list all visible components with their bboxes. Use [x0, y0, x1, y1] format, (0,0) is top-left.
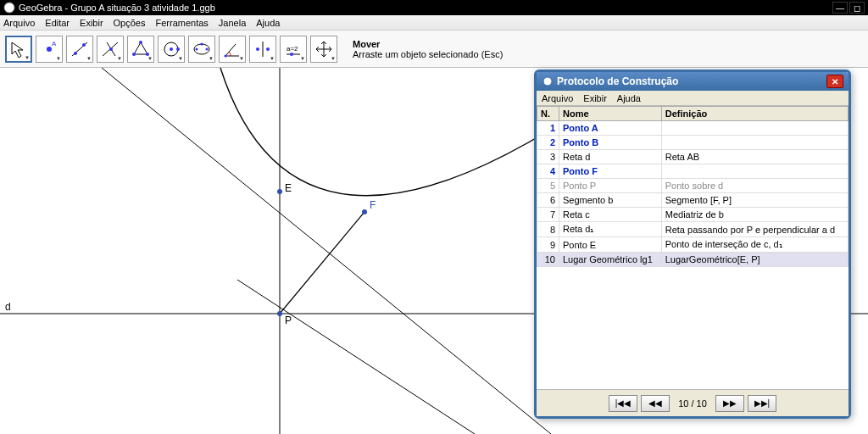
protocol-menu-exibir[interactable]: Exibir: [583, 93, 607, 103]
col-def[interactable]: Definição: [661, 107, 848, 121]
svg-point-4: [74, 52, 77, 55]
label-e: E: [285, 182, 292, 194]
protocol-table[interactable]: N. Nome Definição 1Ponto A2Ponto B3Reta …: [537, 106, 849, 389]
tool-slider[interactable]: a=2▼: [280, 36, 307, 63]
nav-last-button[interactable]: ▶▶|: [748, 395, 776, 412]
menubar: Arquivo Editar Exibir Opções Ferramentas…: [0, 15, 868, 31]
tool-hint: Arraste um objeto selecionado (Esc): [353, 49, 503, 59]
label-d: d: [5, 301, 11, 313]
svg-point-26: [290, 53, 293, 56]
svg-text:a=2: a=2: [287, 45, 298, 53]
label-f: F: [370, 199, 376, 211]
tool-circle[interactable]: ▼: [158, 36, 185, 63]
svg-point-20: [225, 54, 227, 57]
menu-arquivo[interactable]: Arquivo: [3, 18, 35, 28]
svg-point-17: [196, 47, 198, 50]
table-row[interactable]: 6Segmento bSegmento [F, P]: [537, 193, 849, 208]
tool-angle[interactable]: ▼: [219, 36, 246, 63]
toolbar: ▼ A▼ ▼ ▼ ▼ ▼ ▼ ▼ ▼ a=2▼ ▼ Mover Arraste …: [0, 31, 868, 68]
protocol-footer: |◀◀ ◀◀ 10 / 10 ▶▶ ▶▶|: [537, 389, 849, 416]
svg-point-35: [543, 77, 552, 86]
nav-next-button[interactable]: ▶▶: [715, 395, 744, 412]
maximize-button[interactable]: ◻: [849, 2, 865, 14]
svg-point-22: [256, 47, 259, 51]
table-row[interactable]: 5Ponto PPonto sobre d: [537, 179, 849, 193]
svg-point-0: [4, 3, 14, 13]
table-row[interactable]: 2Ponto B: [537, 136, 849, 150]
svg-point-14: [170, 47, 173, 51]
menu-ajuda[interactable]: Ajuda: [256, 18, 280, 28]
tool-move[interactable]: ▼: [5, 36, 32, 63]
app-icon: [3, 2, 15, 14]
table-row[interactable]: 1Ponto A: [537, 121, 849, 136]
menu-opcoes[interactable]: Opções: [114, 18, 146, 28]
col-nome[interactable]: Nome: [559, 107, 662, 121]
tool-move-view[interactable]: ▼: [310, 36, 337, 63]
window-title: GeoGebra - Grupo A situação 3 atividade …: [19, 3, 215, 13]
protocol-menu-ajuda[interactable]: Ajuda: [617, 93, 641, 103]
svg-line-29: [280, 212, 364, 314]
page-count: 10 / 10: [673, 398, 712, 409]
svg-point-19: [201, 42, 203, 45]
protocol-titlebar[interactable]: Protocolo de Construção ✕: [537, 72, 849, 91]
table-row[interactable]: 4Ponto F: [537, 164, 849, 179]
table-row[interactable]: 9Ponto EPonto de interseção de c, d₁: [537, 237, 849, 253]
protocol-window[interactable]: Protocolo de Construção ✕ Arquivo Exibir…: [534, 70, 851, 419]
protocol-close-button[interactable]: ✕: [826, 75, 843, 88]
label-p: P: [285, 314, 292, 326]
svg-marker-9: [134, 42, 147, 54]
table-row[interactable]: 3Reta dReta AB: [537, 150, 849, 164]
tool-point[interactable]: A▼: [36, 36, 63, 63]
protocol-menubar: Arquivo Exibir Ajuda: [537, 91, 849, 106]
svg-text:A: A: [52, 40, 57, 47]
minimize-button[interactable]: —: [832, 2, 848, 14]
table-row[interactable]: 7Reta cMediatriz de b: [537, 208, 849, 222]
menu-exibir[interactable]: Exibir: [80, 18, 103, 28]
tool-description: Mover Arraste um objeto selecionado (Esc…: [353, 39, 503, 59]
protocol-icon: [542, 75, 554, 87]
tool-perpendicular[interactable]: ▼: [97, 36, 124, 63]
svg-line-30: [102, 68, 551, 434]
titlebar: GeoGebra - Grupo A situação 3 atividade …: [0, 0, 868, 15]
svg-point-12: [132, 53, 136, 56]
svg-point-5: [82, 43, 86, 47]
table-row[interactable]: 8Reta d₁Reta passando por P e perpendicu…: [537, 222, 849, 237]
col-n[interactable]: N.: [537, 107, 559, 121]
svg-point-8: [109, 47, 113, 51]
nav-first-button[interactable]: |◀◀: [609, 395, 637, 412]
tool-name: Mover: [353, 39, 503, 49]
tool-polygon[interactable]: ▼: [127, 36, 154, 63]
svg-point-32: [277, 189, 282, 194]
tool-conic[interactable]: ▼: [188, 36, 215, 63]
table-row[interactable]: 10Lugar Geométrico lg1LugarGeométrico[E,…: [537, 253, 849, 267]
svg-line-31: [237, 280, 475, 434]
svg-point-18: [206, 47, 209, 50]
protocol-title: Protocolo de Construção: [557, 75, 678, 87]
menu-editar[interactable]: Editar: [45, 18, 70, 28]
tool-line[interactable]: ▼: [66, 36, 93, 63]
protocol-menu-arquivo[interactable]: Arquivo: [542, 93, 573, 103]
svg-point-23: [266, 47, 270, 51]
menu-janela[interactable]: Janela: [219, 18, 246, 28]
nav-prev-button[interactable]: ◀◀: [641, 395, 670, 412]
svg-point-33: [362, 209, 367, 214]
svg-point-34: [277, 311, 282, 316]
svg-point-10: [139, 41, 142, 44]
svg-point-15: [176, 47, 180, 51]
tool-reflect[interactable]: ▼: [249, 36, 276, 63]
menu-ferramentas[interactable]: Ferramentas: [155, 18, 208, 28]
